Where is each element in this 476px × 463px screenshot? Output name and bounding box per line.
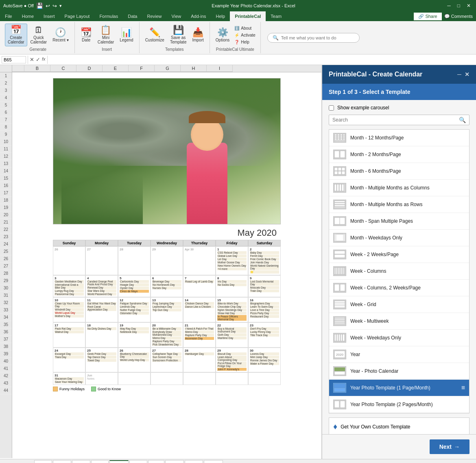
template-year[interactable]: 2020 Year bbox=[329, 346, 469, 363]
col-G: G bbox=[155, 65, 181, 72]
row-23: 23 bbox=[0, 233, 12, 241]
ribbon-group-templates: ✏️ Customize 💾 Save asTemplate 📥 Import … bbox=[140, 22, 210, 53]
calendar-content-area[interactable]: May 2020 Sunday Monday Tuesday Wednesday… bbox=[12, 72, 321, 458]
tab-view[interactable]: View bbox=[167, 11, 186, 21]
sheet-tab-aug[interactable]: Aug bbox=[165, 460, 184, 463]
tab-data[interactable]: Data bbox=[123, 11, 142, 21]
options-button[interactable]: ⚙️ Options bbox=[213, 26, 232, 44]
svg-rect-2 bbox=[337, 134, 340, 136]
row-12: 12 bbox=[0, 153, 12, 160]
cal-cell-may19: 19 May Ray Day Notebook Day bbox=[118, 322, 151, 348]
tab-review[interactable]: Review bbox=[142, 11, 166, 21]
import-button[interactable]: 📥 Import bbox=[190, 26, 206, 44]
template-year-photo-2page[interactable]: Year Photo Template (2 Pages/Month) bbox=[329, 396, 469, 413]
tab-page-layout[interactable]: Page Layout bbox=[60, 11, 95, 21]
sheet-tab-feb[interactable]: Feb bbox=[53, 460, 71, 463]
sheet-tab-jun[interactable]: Jun bbox=[129, 460, 147, 463]
undo-icon[interactable]: ↩ bbox=[46, 3, 50, 9]
activate-button[interactable]: ⚡ Activate bbox=[233, 32, 257, 38]
cancel-formula-icon[interactable]: ✕ bbox=[30, 57, 34, 63]
sheet-tab-apr[interactable]: Apr bbox=[91, 460, 109, 463]
tab-insert[interactable]: Insert bbox=[39, 11, 60, 21]
svg-rect-19 bbox=[342, 167, 345, 171]
template-month-span[interactable]: Month - Span Multiple Pages bbox=[329, 213, 469, 230]
mini-calendar-button[interactable]: 📋 MiniCalendar bbox=[95, 24, 117, 46]
recent-label: Recent ▾ bbox=[52, 38, 68, 42]
template-year-photo-calendar[interactable]: Year - Photo Calendar bbox=[329, 363, 469, 380]
confirm-formula-icon[interactable]: ✓ bbox=[36, 57, 40, 63]
sheet-tab-more[interactable]: O ... bbox=[204, 460, 223, 463]
cal-cell-apr26: 26 bbox=[53, 246, 85, 275]
quick-calendar-button[interactable]: 🗓 QuickCalendar bbox=[28, 24, 50, 46]
svg-rect-5 bbox=[334, 136, 337, 138]
custom-template-section[interactable]: ♦ Get Your Own Custom Template bbox=[329, 417, 469, 434]
cal-cell-may16: 16 Biographers Day Learn To Swim Day Lov… bbox=[248, 297, 281, 322]
redo-icon[interactable]: ↪ bbox=[52, 3, 57, 9]
template-month-multi-col[interactable]: Month - Multiple Months as Columns bbox=[329, 180, 469, 196]
cal-cell-may23: 23 Don't Fry Day Lucky Penny Day Title T… bbox=[248, 322, 281, 348]
col-F: F bbox=[129, 65, 155, 72]
share-button[interactable]: 🔗 Share bbox=[414, 13, 441, 20]
about-button[interactable]: ℹ️ About bbox=[233, 25, 257, 31]
minimize-button[interactable]: ─ bbox=[445, 2, 453, 9]
recent-button[interactable]: 🕐 Recent ▾ bbox=[50, 26, 71, 44]
template-week-weekdays[interactable]: Week - Weekdays Only bbox=[329, 330, 469, 346]
name-box[interactable] bbox=[2, 56, 26, 63]
import-icon: 📥 bbox=[192, 28, 203, 37]
panel-close-icon[interactable]: ✕ bbox=[465, 71, 469, 78]
sheet-tab-may[interactable]: May bbox=[109, 460, 129, 463]
template-week-columns-2[interactable]: Week - Columns, 2 Weeks/Page bbox=[329, 280, 469, 296]
tab-file[interactable]: File bbox=[0, 11, 17, 21]
comments-button[interactable]: 💬 Comments bbox=[444, 14, 473, 19]
tab-formulas[interactable]: Formulas bbox=[94, 11, 123, 21]
template-month-6[interactable]: Month - 6 Months/Page bbox=[329, 163, 469, 180]
tab-nav-next[interactable]: ▶ bbox=[17, 461, 24, 463]
template-month-multi-row[interactable]: Month - Multiple Months as Rows bbox=[329, 196, 469, 213]
close-button[interactable]: ✕ bbox=[465, 2, 473, 9]
template-week-multiweek[interactable]: Week - Multiweek bbox=[329, 313, 469, 330]
tab-home[interactable]: Home bbox=[17, 11, 39, 21]
row-31: 31 bbox=[0, 292, 12, 299]
tab-printablecal[interactable]: PrintableCal bbox=[230, 11, 266, 21]
svg-rect-65 bbox=[336, 334, 338, 341]
tab-nav-prev[interactable]: ◀ bbox=[10, 461, 17, 463]
save-icon[interactable]: 💾 bbox=[36, 2, 43, 9]
next-button[interactable]: Next → bbox=[430, 439, 469, 454]
cal-cell-may12: 12 Fatigue Syndrome Day Limerick Day Nut… bbox=[118, 297, 151, 322]
template-month-2[interactable]: Month - 2 Months/Page bbox=[329, 146, 469, 163]
help-button[interactable]: ❓ Help bbox=[233, 39, 257, 45]
template-week-2[interactable]: Week - 2 Weeks/Page bbox=[329, 246, 469, 263]
sheet-tab-jul[interactable]: Jul bbox=[148, 460, 164, 463]
tab-help[interactable]: Help bbox=[211, 11, 230, 21]
formula-input[interactable]: Mother's Day bbox=[49, 56, 474, 63]
show-carousel-checkbox[interactable] bbox=[329, 105, 334, 111]
search-input[interactable] bbox=[332, 117, 457, 123]
customize-button[interactable]: ✏️ Customize bbox=[143, 26, 167, 44]
tab-addins[interactable]: Add-ins bbox=[186, 11, 211, 21]
date-button[interactable]: 📆 Date bbox=[78, 26, 94, 44]
cal-week-4: 17 Pack Rat Day Walnut Day 18 No Dirty D… bbox=[53, 322, 281, 348]
insert-function-icon[interactable]: fx bbox=[42, 57, 46, 63]
template-week-columns[interactable]: Week - Columns bbox=[329, 263, 469, 280]
tab-nav-last[interactable]: ⏭ bbox=[25, 461, 33, 463]
tab-nav-first[interactable]: ⏮ bbox=[1, 461, 9, 463]
template-month-12[interactable]: Month - 12 Months/Page bbox=[329, 130, 469, 146]
panel-minimize-icon[interactable]: ─ bbox=[457, 71, 461, 78]
sheet-tab-mar[interactable]: Mar bbox=[72, 460, 90, 463]
tell-me-input[interactable] bbox=[281, 35, 354, 40]
template-year-photo-1page[interactable]: Year Photo Template (1 Page/Month) ≡ bbox=[329, 380, 469, 396]
cal-cell-may26: 26 Blueberry Cheesecake Day World Lindy … bbox=[118, 348, 151, 372]
restore-button[interactable]: □ bbox=[455, 2, 462, 9]
save-as-template-button[interactable]: 💾 Save asTemplate bbox=[168, 24, 189, 46]
create-calendar-button[interactable]: 📅 CreateCalendar bbox=[5, 24, 27, 46]
sheet-tab-jan[interactable]: Jan bbox=[34, 460, 52, 463]
svg-rect-45 bbox=[338, 267, 339, 274]
template-month-weekdays[interactable]: Month - Weekdays Only bbox=[329, 230, 469, 246]
add-sheet-button[interactable]: ⊕ bbox=[224, 461, 234, 463]
legend-button[interactable]: 📊 Legend bbox=[117, 26, 135, 44]
tab-team[interactable]: Team bbox=[266, 11, 286, 21]
template-week-grid[interactable]: Week - Grid bbox=[329, 296, 469, 313]
sheet-tab-sep[interactable]: Sep bbox=[185, 460, 203, 463]
options-label: Options bbox=[216, 38, 229, 42]
template-menu-icon[interactable]: ≡ bbox=[461, 384, 465, 391]
